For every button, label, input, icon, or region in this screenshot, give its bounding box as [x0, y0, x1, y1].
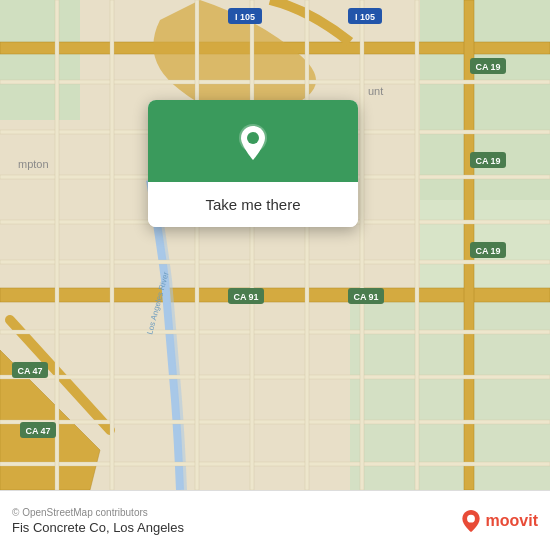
svg-text:CA 19: CA 19 — [475, 62, 500, 72]
svg-rect-1 — [0, 0, 80, 120]
svg-rect-12 — [0, 260, 550, 264]
svg-text:unt: unt — [368, 85, 383, 97]
svg-rect-21 — [305, 0, 309, 490]
svg-rect-14 — [0, 375, 550, 379]
svg-rect-17 — [55, 0, 59, 490]
place-info: Fis Concrete Co, Los Angeles — [12, 520, 184, 535]
svg-text:CA 47: CA 47 — [25, 426, 50, 436]
map-attribution: © OpenStreetMap contributors — [12, 507, 184, 518]
svg-rect-16 — [0, 462, 550, 466]
svg-rect-19 — [195, 0, 199, 490]
svg-rect-20 — [250, 0, 254, 490]
popup-card: Take me there — [148, 100, 358, 227]
svg-text:mpton: mpton — [18, 158, 49, 170]
svg-text:CA 47: CA 47 — [17, 366, 42, 376]
svg-rect-13 — [0, 330, 550, 334]
svg-text:CA 19: CA 19 — [475, 246, 500, 256]
svg-text:CA 19: CA 19 — [475, 156, 500, 166]
svg-point-47 — [467, 514, 475, 522]
location-pin-icon — [231, 120, 275, 164]
svg-rect-4 — [350, 300, 550, 490]
take-me-there-button[interactable]: Take me there — [148, 182, 358, 227]
svg-rect-23 — [415, 0, 419, 490]
popup-header — [148, 100, 358, 182]
bottom-bar: © OpenStreetMap contributors Fis Concret… — [0, 490, 550, 550]
moovit-text: moovit — [486, 512, 538, 530]
moovit-logo: moovit — [460, 510, 538, 532]
svg-rect-22 — [360, 0, 364, 490]
svg-point-46 — [247, 132, 259, 144]
svg-text:CA 91: CA 91 — [233, 292, 258, 302]
svg-rect-18 — [110, 0, 114, 490]
moovit-pin-icon — [460, 510, 482, 532]
svg-text:CA 91: CA 91 — [353, 292, 378, 302]
map-container: I 105 I 105 CA 19 CA 19 CA 19 CA 91 CA 9… — [0, 0, 550, 490]
svg-text:I 105: I 105 — [355, 12, 375, 22]
svg-text:I 105: I 105 — [235, 12, 255, 22]
svg-rect-15 — [0, 420, 550, 424]
svg-rect-2 — [420, 0, 550, 200]
svg-rect-8 — [0, 80, 550, 84]
